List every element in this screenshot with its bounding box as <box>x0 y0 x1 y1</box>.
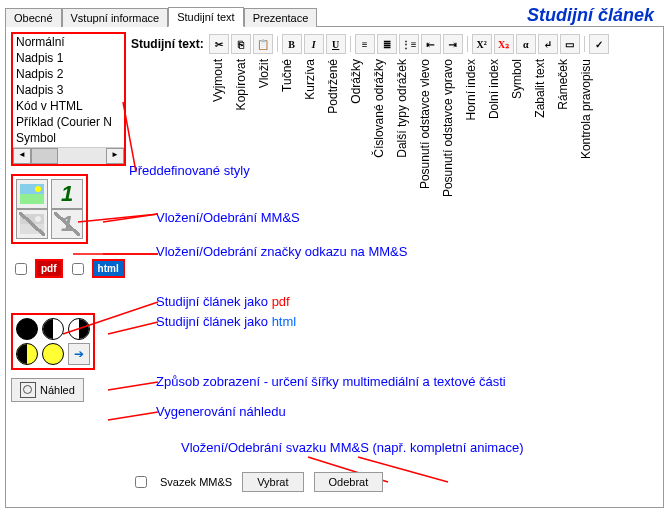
preview-button-label: Náhled <box>40 384 75 396</box>
annotation-as-pdf: Studijní článek jako pdf <box>156 294 290 309</box>
style-item[interactable]: Nadpis 2 <box>13 66 124 82</box>
border-icon: ▭ <box>565 39 574 50</box>
tooltip-label: Dolní index <box>487 59 501 119</box>
tooltip-label: Symbol <box>510 59 524 99</box>
svazek-label: Svazek MM&S <box>160 476 232 488</box>
toolbar-tooltips: Vyjmout Kopírovat Vložit Tučné Kurzíva P… <box>131 59 658 229</box>
underline-button[interactable]: U <box>326 34 346 54</box>
tooltip-label: Číslované odrážky <box>372 59 386 158</box>
cut-button[interactable]: ✂ <box>209 34 229 54</box>
style-item[interactable]: Nadpis 3 <box>13 82 124 98</box>
style-item[interactable]: Nadpis 1 <box>13 50 124 66</box>
symbol-button[interactable]: α <box>516 34 536 54</box>
layout-option-ylhalf[interactable] <box>16 343 38 365</box>
indent-icon: ⇥ <box>448 39 456 50</box>
horizontal-scrollbar[interactable]: ◄ ► <box>13 147 124 164</box>
editor-toolbar: ✂ ⎘ 📋 B I U ≡ ≣ ⋮≡ ⇤ ⇥ X² X₂ α ↵ ▭ <box>209 32 609 56</box>
mm-icon-group: 1 1 <box>11 174 88 244</box>
tooltip-label: Vložit <box>257 59 271 88</box>
page-title: Studijní článek <box>527 5 664 26</box>
tab-bar: Obecné Vstupní informace Studijní text P… <box>5 5 664 27</box>
generate-preview-button[interactable]: ➔ <box>68 343 90 365</box>
italic-button[interactable]: I <box>304 34 324 54</box>
vybrat-button[interactable]: Vybrat <box>242 472 303 492</box>
insert-mm-image-button[interactable] <box>16 179 48 209</box>
numbered-button[interactable]: ≣ <box>377 34 397 54</box>
tab-vstupni-informace[interactable]: Vstupní informace <box>62 8 169 27</box>
outdent-icon: ⇤ <box>426 39 434 50</box>
tooltip-label: Podtržené <box>326 59 340 114</box>
scissors-icon: ✂ <box>215 39 223 50</box>
pdf-checkbox[interactable] <box>15 263 27 275</box>
style-item[interactable]: Příklad (Courier N <box>13 114 124 130</box>
number-one-icon: 1 <box>61 211 73 237</box>
style-list[interactable]: Normální Nadpis 1 Nadpis 2 Nadpis 3 Kód … <box>11 32 126 166</box>
remove-mm-image-button[interactable] <box>16 209 48 239</box>
style-item[interactable]: Kód v HTML <box>13 98 124 114</box>
subscript-button[interactable]: X₂ <box>494 34 514 54</box>
svazek-checkbox[interactable] <box>135 476 147 488</box>
outdent-button[interactable]: ⇤ <box>421 34 441 54</box>
spellcheck-icon: ✓ <box>595 39 603 50</box>
underline-icon: U <box>332 39 339 50</box>
tooltip-label: Zabalit text <box>533 59 547 118</box>
annotation-gen-preview: Vygenerování náhledu <box>156 404 286 419</box>
left-panel: Normální Nadpis 1 Nadpis 2 Nadpis 3 Kód … <box>11 32 126 502</box>
odebrat-button[interactable]: Odebrat <box>314 472 384 492</box>
style-item[interactable]: Symbol <box>13 130 124 146</box>
copy-button[interactable]: ⎘ <box>231 34 251 54</box>
spellcheck-button[interactable]: ✓ <box>589 34 609 54</box>
tooltip-label: Vyjmout <box>211 59 225 102</box>
italic-icon: I <box>312 39 316 50</box>
style-item[interactable]: Normální <box>13 34 124 50</box>
layout-option-yellow[interactable] <box>42 343 64 365</box>
picture-icon <box>20 184 44 204</box>
tooltip-label: Posunutí odstavce vlevo <box>418 59 432 189</box>
bullets-icon: ≡ <box>362 39 368 50</box>
border-button[interactable]: ▭ <box>560 34 580 54</box>
tab-prezentace[interactable]: Prezentace <box>244 8 318 27</box>
numbered-list-icon: ≣ <box>383 39 391 50</box>
scroll-right-icon[interactable]: ► <box>106 148 124 164</box>
paste-button[interactable]: 📋 <box>253 34 273 54</box>
magnifier-icon <box>20 382 36 398</box>
tooltip-label: Kurzíva <box>303 59 317 100</box>
layout-option-full[interactable] <box>16 318 38 340</box>
wrap-icon: ↵ <box>543 39 551 50</box>
annotation-mm-ref: Vložení/Odebrání značky odkazu na MM&S <box>156 245 407 259</box>
wrap-text-button[interactable]: ↵ <box>538 34 558 54</box>
pdf-badge[interactable]: pdf <box>35 259 63 278</box>
copy-icon: ⎘ <box>238 39 244 50</box>
html-checkbox[interactable] <box>72 263 84 275</box>
html-badge[interactable]: html <box>92 259 125 278</box>
bold-icon: B <box>288 39 295 50</box>
scroll-left-icon[interactable]: ◄ <box>13 148 31 164</box>
scroll-thumb[interactable] <box>31 148 58 164</box>
tab-obecne[interactable]: Obecné <box>5 8 62 27</box>
display-width-group: ➔ <box>11 313 95 370</box>
bullet-types-button[interactable]: ⋮≡ <box>399 34 419 54</box>
editor-label: Studijní text: <box>131 37 204 51</box>
arrow-right-icon: ➔ <box>74 347 84 361</box>
tooltip-label: Horní index <box>464 59 478 120</box>
bundle-row: Svazek MM&S Vybrat Odebrat <box>131 472 383 492</box>
preview-button[interactable]: Náhled <box>11 378 84 402</box>
layout-option-left[interactable] <box>42 318 64 340</box>
remove-mm-ref-button[interactable]: 1 <box>51 209 83 239</box>
annotation-bundle-insert: Vložení/Odebrání svazku MM&S (např. komp… <box>181 440 523 455</box>
tooltip-label: Kopírovat <box>234 59 248 110</box>
annotation-predef-styles: Předdefinované styly <box>129 164 250 178</box>
paste-icon: 📋 <box>257 39 269 50</box>
bold-button[interactable]: B <box>282 34 302 54</box>
subscript-icon: X₂ <box>498 39 509 50</box>
export-row: pdf html <box>11 259 126 278</box>
tooltip-label: Další typy odrážek <box>395 59 409 158</box>
bullets-button[interactable]: ≡ <box>355 34 375 54</box>
insert-mm-ref-button[interactable]: 1 <box>51 179 83 209</box>
annotation-display-width: Způsob zobrazení - určení šířky multimed… <box>156 374 506 389</box>
superscript-button[interactable]: X² <box>472 34 492 54</box>
indent-button[interactable]: ⇥ <box>443 34 463 54</box>
tab-content: Normální Nadpis 1 Nadpis 2 Nadpis 3 Kód … <box>5 27 664 508</box>
layout-option-right[interactable] <box>68 318 90 340</box>
tab-studijni-text[interactable]: Studijní text <box>168 7 243 27</box>
